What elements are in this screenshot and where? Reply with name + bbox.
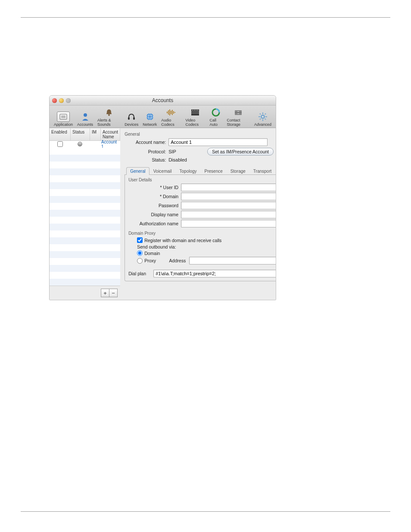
protocol-value: SIP <box>168 149 207 154</box>
password-input[interactable] <box>181 202 276 209</box>
account-name-label: Account name: <box>125 140 168 145</box>
account-row[interactable]: Account 1 <box>50 141 120 148</box>
toolbar-application[interactable]: Application <box>52 112 75 127</box>
proxy-address-input[interactable] <box>189 257 276 264</box>
svg-rect-35 <box>265 113 266 115</box>
svg-rect-29 <box>262 112 263 114</box>
send-via-label: Send outbound via: <box>137 244 276 249</box>
svg-rect-20 <box>194 110 195 111</box>
svg-rect-31 <box>258 116 260 117</box>
dial-plan-label: Dial plan <box>128 271 153 276</box>
toolbar-devices[interactable]: Devices <box>123 112 140 127</box>
toolbar-advanced[interactable]: Advanced <box>252 112 273 127</box>
globe-icon <box>143 112 156 122</box>
user-icon <box>79 112 92 122</box>
svg-rect-22 <box>197 110 198 111</box>
user-id-input[interactable] <box>181 184 276 191</box>
toolbar-call-auto[interactable]: Call Auto <box>208 107 224 127</box>
register-label: Register with domain and receive calls <box>144 238 221 243</box>
toolbar-alerts-sounds[interactable]: Alerts & Sounds <box>96 107 122 127</box>
titlebar: Accounts <box>50 96 276 106</box>
tab-advanced[interactable]: Advanced <box>275 167 276 175</box>
password-label: Password <box>128 203 181 208</box>
proxy-address-label: Address <box>165 258 187 263</box>
domain-label: * Domain <box>128 194 181 199</box>
toolbar-label: Alerts & Sounds <box>97 118 120 127</box>
svg-rect-21 <box>196 110 196 111</box>
set-im-presence-button[interactable]: Set as IM/Presence Account <box>207 148 274 156</box>
tab-general[interactable]: General <box>126 167 149 175</box>
svg-rect-34 <box>265 118 266 120</box>
account-name-input[interactable] <box>168 138 268 146</box>
accounts-sidebar: Enabled Status IM Account Name Account 1 <box>50 128 120 300</box>
window-title: Accounts <box>50 97 276 103</box>
svg-rect-11 <box>169 109 170 115</box>
toolbar-video-codecs[interactable]: Video Codecs <box>184 107 207 127</box>
outbound-proxy-label: Proxy <box>144 258 163 263</box>
svg-rect-13 <box>172 110 173 115</box>
display-name-input[interactable] <box>181 211 276 218</box>
toolbar-label: Application <box>54 122 73 127</box>
svg-point-3 <box>108 114 110 116</box>
svg-rect-15 <box>174 112 175 113</box>
general-heading: General <box>125 132 276 137</box>
tab-general-pane: User Details * User ID * Domain Password <box>125 175 276 281</box>
account-detail-panel: General Account name: Protocol: SIP Set … <box>120 128 276 300</box>
outbound-proxy-radio[interactable] <box>137 258 143 264</box>
toolbar-network[interactable]: Network <box>141 112 159 127</box>
register-checkbox[interactable] <box>137 237 143 243</box>
col-status[interactable]: Status <box>71 128 90 140</box>
tab-storage[interactable]: Storage <box>227 167 249 175</box>
domain-input[interactable] <box>181 193 276 200</box>
remove-account-button[interactable]: − <box>109 289 118 297</box>
account-enabled-checkbox[interactable] <box>57 141 63 147</box>
add-account-button[interactable]: + <box>101 289 109 297</box>
app-icon <box>57 112 70 122</box>
drawer-icon <box>232 107 245 118</box>
svg-rect-1 <box>61 115 65 118</box>
svg-rect-27 <box>237 113 239 114</box>
col-account-name[interactable]: Account Name <box>101 128 120 140</box>
status-offline-icon <box>78 142 82 146</box>
outbound-domain-label: Domain <box>144 251 160 256</box>
col-enabled[interactable]: Enabled <box>50 128 71 140</box>
user-id-label: * User ID <box>128 185 181 190</box>
status-label: Status: <box>125 157 168 162</box>
outbound-domain-radio[interactable] <box>137 250 143 256</box>
tab-voicemail[interactable]: Voicemail <box>149 167 176 175</box>
svg-point-6 <box>146 113 153 120</box>
toolbar-label: Video Codecs <box>185 118 205 127</box>
dial-plan-input[interactable] <box>153 270 276 277</box>
svg-rect-12 <box>171 111 171 114</box>
toolbar-contact-storage[interactable]: Contact Storage <box>225 107 252 127</box>
film-icon <box>189 107 202 118</box>
display-name-label: Display name <box>128 212 181 217</box>
svg-rect-25 <box>235 112 242 113</box>
waveform-icon <box>165 107 177 118</box>
toolbar-label: Accounts <box>77 122 93 127</box>
bell-icon <box>103 107 115 118</box>
svg-rect-9 <box>167 112 168 113</box>
tab-topology[interactable]: Topology <box>176 167 201 175</box>
tab-transport[interactable]: Transport <box>249 167 275 175</box>
svg-rect-5 <box>133 117 135 120</box>
toolbar-label: Devices <box>125 122 138 127</box>
svg-rect-4 <box>128 117 130 120</box>
accounts-list-empty <box>50 148 120 286</box>
toolbar-label: Contact Storage <box>227 118 250 127</box>
toolbar-audio-codecs[interactable]: Audio Codecs <box>159 107 183 127</box>
svg-point-2 <box>84 113 87 117</box>
gear-icon <box>256 112 269 122</box>
svg-rect-14 <box>173 111 174 114</box>
tab-presence[interactable]: Presence <box>201 167 227 175</box>
preferences-toolbar: Application Accounts Alerts & Sounds Dev… <box>50 106 276 128</box>
auth-name-label: Authorization name <box>128 221 181 226</box>
svg-rect-19 <box>192 110 193 111</box>
col-im[interactable]: IM <box>90 128 101 140</box>
auth-name-input[interactable] <box>181 220 276 227</box>
headset-icon <box>125 112 138 122</box>
toolbar-accounts[interactable]: Accounts <box>75 112 95 127</box>
svg-rect-18 <box>191 114 199 115</box>
toolbar-label: Advanced <box>254 122 271 127</box>
toolbar-label: Call Auto <box>209 118 222 127</box>
